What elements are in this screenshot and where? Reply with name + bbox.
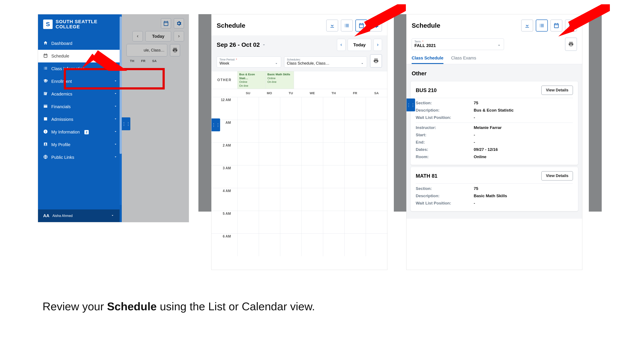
hour-label: 3 AM bbox=[212, 165, 237, 188]
hour-label: 12 AM bbox=[212, 97, 237, 120]
sidebar-item-label: Financials bbox=[51, 104, 71, 109]
field-label: Wait List Position: bbox=[416, 115, 474, 120]
field-value: Melanie Farrar bbox=[474, 125, 502, 130]
chevron-down-icon bbox=[114, 130, 118, 135]
field-value: Basic Math Skills bbox=[474, 194, 507, 198]
user-row[interactable]: AA Aisha Ahmed bbox=[38, 209, 120, 222]
field-value: Online bbox=[474, 154, 486, 159]
red-arrow-1 bbox=[82, 6, 159, 71]
red-highlight-box bbox=[64, 68, 165, 89]
day-header: FR bbox=[344, 91, 366, 95]
field-label: Section: bbox=[416, 186, 474, 191]
print-button[interactable] bbox=[170, 44, 180, 56]
field-value: 09/27 - 12/16 bbox=[474, 147, 498, 152]
field-value: Bus & Econ Statistic bbox=[474, 108, 514, 113]
list-icon bbox=[43, 66, 48, 72]
collapse-handle[interactable]: ⋮⋮ bbox=[406, 98, 415, 111]
sidebar-item-label: Schedule bbox=[51, 54, 69, 58]
sidebar-item-financials[interactable]: Financials bbox=[38, 100, 122, 113]
chevron-down-icon bbox=[262, 41, 266, 48]
prev-button[interactable] bbox=[337, 39, 346, 51]
list-view-button[interactable] bbox=[341, 19, 353, 31]
term-dropdown[interactable]: Term: * FALL 2021 bbox=[412, 38, 504, 50]
sidebar-item-academics[interactable]: Academics bbox=[38, 88, 122, 100]
sidebar-item-label: Dashboard bbox=[51, 41, 72, 46]
day-header: TU bbox=[280, 91, 302, 95]
field-label: Room: bbox=[416, 154, 474, 159]
day-header: WE bbox=[302, 91, 323, 95]
field-value: - bbox=[474, 140, 475, 145]
sidebar-item-admissions[interactable]: Admissions bbox=[38, 113, 122, 126]
chevron-down-icon bbox=[114, 155, 118, 160]
day-header: TH bbox=[323, 91, 344, 95]
field-label: Dates: bbox=[416, 147, 474, 152]
other-event[interactable]: Bus & Econ Stati… Online On-line bbox=[237, 71, 266, 89]
gear-button[interactable] bbox=[174, 18, 184, 28]
hour-label: 5 AM bbox=[212, 211, 237, 234]
grad-cap-icon bbox=[43, 78, 48, 84]
chevron-down-icon bbox=[114, 117, 118, 122]
view-details-button[interactable]: View Details bbox=[541, 86, 573, 95]
hour-label: 6 AM bbox=[212, 234, 237, 256]
course-code: BUS 210 bbox=[416, 87, 436, 93]
card-icon bbox=[43, 104, 48, 110]
print-button[interactable] bbox=[370, 54, 382, 68]
info-icon bbox=[43, 129, 48, 135]
course-card: BUS 210View DetailsSection:75Description… bbox=[410, 81, 578, 165]
field-value: - bbox=[474, 201, 475, 206]
sidebar-item-my-information[interactable]: My Information2 bbox=[38, 126, 122, 138]
today-button[interactable]: Today bbox=[348, 39, 371, 51]
svg-rect-8 bbox=[364, 4, 406, 31]
course-code: MATH 81 bbox=[416, 173, 438, 179]
download-button[interactable] bbox=[326, 19, 338, 31]
tab-class-exams[interactable]: Class Exams bbox=[451, 55, 476, 64]
library-icon bbox=[43, 91, 48, 97]
hour-label: 4 AM bbox=[212, 188, 237, 211]
page-title: Schedule bbox=[217, 22, 245, 29]
red-arrow-2 bbox=[354, 4, 406, 39]
hour-label: 2 AM bbox=[212, 143, 237, 165]
square-icon bbox=[43, 116, 48, 122]
sidebar-item-label: My Profile bbox=[51, 142, 70, 147]
next-button[interactable] bbox=[174, 31, 184, 41]
screenshot-calendar-view: Schedule Sep 26 - Oct 02 Today Time Peri… bbox=[211, 14, 388, 270]
field-label: Start: bbox=[416, 133, 474, 137]
collapse-handle[interactable]: ⋮⋮ bbox=[212, 118, 220, 131]
globe-icon bbox=[43, 154, 48, 160]
field-label: Instructor: bbox=[416, 125, 474, 130]
sidebar-item-label: Admissions bbox=[51, 117, 73, 122]
sidebar-item-public-links[interactable]: Public Links bbox=[38, 151, 122, 164]
view-details-button[interactable]: View Details bbox=[541, 171, 573, 180]
list-view-button[interactable] bbox=[536, 19, 548, 31]
user-name: Aisha Ahmed bbox=[52, 214, 72, 218]
download-button[interactable] bbox=[521, 19, 533, 31]
caption: Review your Schedule using the List or C… bbox=[42, 300, 315, 313]
svg-rect-6 bbox=[92, 50, 154, 71]
field-value: 75 bbox=[474, 101, 478, 105]
page-title: Schedule bbox=[412, 22, 440, 29]
calendar-icon bbox=[43, 53, 48, 59]
sidebar-item-label: Academics bbox=[51, 92, 72, 97]
print-button[interactable] bbox=[565, 37, 577, 51]
date-range[interactable]: Sep 26 - Oct 02 bbox=[217, 41, 266, 48]
sidebar-item-my-profile[interactable]: My Profile bbox=[38, 138, 122, 151]
field-value: - bbox=[474, 115, 475, 120]
other-event[interactable]: Basic Math Skills Online On-line bbox=[266, 71, 294, 89]
red-arrow-3 bbox=[558, 4, 610, 39]
sidebar-item-label: My Information bbox=[51, 130, 80, 135]
day-header: MO bbox=[259, 91, 280, 95]
field-label: Description: bbox=[416, 108, 474, 113]
schedules-dropdown[interactable]: Schedules: Class Schedule, Class… bbox=[284, 56, 367, 68]
chevron-down-icon bbox=[110, 214, 114, 218]
sidebar-item-label: Public Links bbox=[51, 155, 74, 160]
section-title: Other bbox=[406, 65, 582, 79]
field-label: Description: bbox=[416, 194, 474, 198]
collapse-handle[interactable]: ⋮⋮ bbox=[122, 117, 130, 130]
time-period-dropdown[interactable]: Time Period: * Week bbox=[217, 56, 281, 68]
course-card: MATH 81View DetailsSection:75Description… bbox=[410, 167, 578, 211]
next-button[interactable] bbox=[374, 39, 382, 51]
person-icon bbox=[43, 142, 48, 148]
tab-class-schedule[interactable]: Class Schedule bbox=[412, 55, 444, 64]
other-row-label: OTHER bbox=[212, 71, 237, 89]
calendar-view-button[interactable] bbox=[161, 18, 171, 28]
